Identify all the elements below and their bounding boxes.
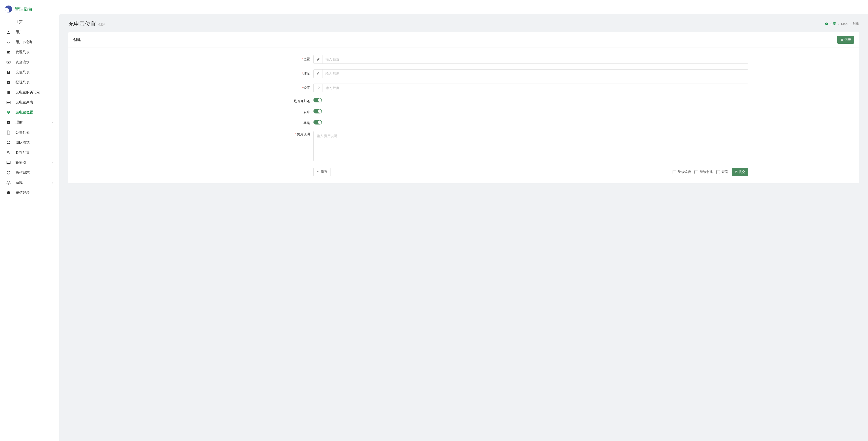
sidebar-item-powerbank-location[interactable]: 充电宝位置 xyxy=(0,107,59,117)
page-subtitle: 创建 xyxy=(98,22,105,27)
user-icon xyxy=(6,30,10,34)
logo-icon xyxy=(5,5,12,12)
continue-edit-input[interactable] xyxy=(673,170,676,174)
svg-rect-42 xyxy=(735,172,737,173)
continue-create-input[interactable] xyxy=(694,170,698,174)
sidebar-item-label: 提现列表 xyxy=(16,80,53,84)
svg-rect-16 xyxy=(7,92,7,93)
sidebar-item-recharge[interactable]: A 充值列表 xyxy=(0,67,59,77)
android-toggle[interactable] xyxy=(313,109,322,113)
sidebar-item-label: 充电宝购买记录 xyxy=(16,90,53,95)
list-icon xyxy=(6,90,10,94)
svg-point-34 xyxy=(9,153,10,154)
sidebar-item-label: 用户 xyxy=(16,30,53,34)
apple-label: 苹果 xyxy=(68,120,313,126)
longitude-input[interactable] xyxy=(323,84,748,92)
sidebar-item-label: 资金流水 xyxy=(16,60,53,65)
reset-button[interactable]: 重置 xyxy=(313,168,331,176)
fee-desc-textarea[interactable] xyxy=(313,131,748,161)
field-apple: 苹果 xyxy=(68,120,859,126)
main-content: 充电宝位置 创建 主页 / Map / 创建 创建 列表 xyxy=(59,14,868,441)
svg-point-29 xyxy=(7,141,8,142)
view-input[interactable] xyxy=(716,170,720,174)
position-input[interactable] xyxy=(323,55,748,64)
sidebar-item-system[interactable]: 系统 › xyxy=(0,178,59,188)
list-icon xyxy=(840,38,843,41)
breadcrumb-home[interactable]: 主页 xyxy=(825,22,836,26)
marker-icon xyxy=(6,110,10,114)
sidebar-item-ip-detect[interactable]: 用户ip检测 xyxy=(0,37,59,47)
sidebar-item-label: 团队概览 xyxy=(16,140,53,145)
svg-rect-5 xyxy=(7,51,10,54)
svg-rect-28 xyxy=(8,133,9,133)
svg-point-4 xyxy=(8,31,9,32)
continue-edit-checkbox[interactable]: 继续编辑 xyxy=(673,170,691,174)
sidebar-item-label: 公告列表 xyxy=(16,130,53,135)
money-icon xyxy=(6,60,10,64)
svg-rect-22 xyxy=(7,102,10,103)
sidebar-item-finance[interactable]: 理财 › xyxy=(0,117,59,128)
bars-icon xyxy=(6,20,10,24)
form-card: 创建 列表 *位置 xyxy=(68,32,859,183)
undo-icon xyxy=(317,170,320,174)
svg-rect-35 xyxy=(7,161,10,164)
bold-icon: A xyxy=(6,70,10,74)
field-position: *位置 xyxy=(68,55,859,64)
sidebar-item-agents[interactable]: 代理列表 xyxy=(0,47,59,57)
form-body: *位置 *纬度 xyxy=(68,47,859,183)
sidebar-item-label: 用户ip检测 xyxy=(16,40,53,44)
sidebar-item-team[interactable]: 团队概览 xyxy=(0,138,59,147)
archive-icon xyxy=(6,121,10,125)
breadcrumb-separator: / xyxy=(849,22,850,26)
svg-rect-1 xyxy=(8,21,8,24)
sidebar-item-funds[interactable]: 资金流水 xyxy=(0,57,59,67)
svg-rect-38 xyxy=(841,39,843,39)
breadcrumb-map[interactable]: Map xyxy=(841,22,847,26)
submit-button[interactable]: 提交 xyxy=(732,168,748,176)
users-icon xyxy=(6,141,10,144)
pencil-icon xyxy=(314,84,323,92)
apple-toggle[interactable] xyxy=(313,120,322,125)
sidebar-item-purchase[interactable]: 充电宝购买记录 xyxy=(0,87,59,97)
sidebar-item-withdraw[interactable]: 提现列表 xyxy=(0,77,59,87)
save-icon xyxy=(735,170,738,173)
sidebar-item-label: 参数配置 xyxy=(16,150,53,155)
pencil-icon xyxy=(314,55,323,64)
field-android: 安卓 xyxy=(68,109,859,114)
continue-create-checkbox[interactable]: 继续创建 xyxy=(694,170,713,174)
sidebar-item-label: 理财 xyxy=(16,120,47,125)
circle-icon xyxy=(6,171,10,175)
svg-rect-2 xyxy=(9,20,9,24)
gear-icon xyxy=(6,181,10,185)
returnable-label: 是否可归还 xyxy=(68,98,313,103)
svg-rect-14 xyxy=(7,91,7,92)
sidebar-item-powerbank-list[interactable]: 充电宝列表 xyxy=(0,97,59,107)
sidebar-item-label: 轮播图 xyxy=(16,160,47,165)
latitude-input[interactable] xyxy=(323,70,748,78)
sidebar-item-params[interactable]: 参数配置 xyxy=(0,147,59,158)
nav-menu: 主页 用户 用户ip检测 代理列表 资金流水 A 充值列表 xyxy=(0,17,59,198)
returnable-toggle[interactable] xyxy=(313,98,322,102)
sidebar-item-carousel[interactable]: 轮播图 › xyxy=(0,158,59,168)
svg-rect-3 xyxy=(10,22,10,24)
pencil-icon xyxy=(314,70,323,78)
chevron-right-icon: › xyxy=(52,181,53,184)
svg-point-32 xyxy=(8,152,8,152)
field-longitude: *经度 xyxy=(68,83,859,92)
svg-rect-17 xyxy=(8,92,10,93)
sidebar-item-users[interactable]: 用户 xyxy=(0,27,59,37)
android-label: 安卓 xyxy=(68,109,313,114)
sidebar-item-label: 主页 xyxy=(16,20,53,24)
sidebar-item-announce[interactable]: 公告列表 xyxy=(0,128,59,138)
fee-desc-label: *费用说明 xyxy=(68,131,313,137)
svg-rect-8 xyxy=(9,53,10,53)
dashboard-icon xyxy=(825,22,828,26)
view-checkbox[interactable]: 查看 xyxy=(716,170,728,174)
sidebar-item-sms[interactable]: 短信记录 xyxy=(0,188,59,198)
svg-rect-18 xyxy=(7,93,7,94)
svg-rect-27 xyxy=(8,132,9,132)
sidebar-item-home[interactable]: 主页 xyxy=(0,17,59,27)
breadcrumb-separator: / xyxy=(838,22,839,26)
list-button[interactable]: 列表 xyxy=(837,36,854,44)
sidebar-item-logs[interactable]: 操作日志 xyxy=(0,168,59,178)
